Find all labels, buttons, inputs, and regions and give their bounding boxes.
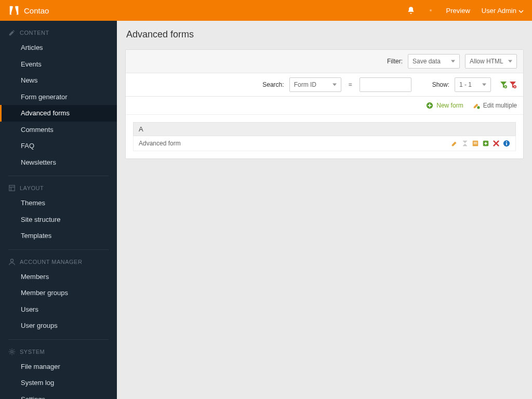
sidebar: CONTENTArticlesEventsNewsForm generatorA…	[0, 21, 117, 399]
sidebar-item-member-groups[interactable]: Member groups	[0, 285, 117, 301]
sidebar-item-site-structure[interactable]: Site structure	[0, 211, 117, 228]
sidebar-group-label: LAYOUT	[20, 185, 44, 191]
svg-rect-15	[506, 143, 507, 145]
table-row: Advanced form	[133, 136, 516, 151]
layout-icon	[8, 184, 16, 192]
sidebar-item-form-generator[interactable]: Form generator	[0, 89, 117, 105]
sidebar-item-advanced-forms[interactable]: Advanced forms	[0, 105, 117, 122]
svg-rect-11	[474, 142, 477, 142]
chevron-down-icon	[518, 8, 524, 13]
new-form-label: New form	[436, 102, 463, 109]
sidebar-item-settings[interactable]: Settings	[0, 391, 117, 400]
svg-point-0	[430, 9, 432, 11]
gear-icon	[8, 348, 16, 355]
header-right: Preview User Admin	[407, 6, 524, 15]
svg-point-16	[506, 141, 507, 142]
duplicate-icon[interactable]	[482, 140, 489, 147]
search-input[interactable]	[360, 77, 411, 92]
sidebar-item-articles[interactable]: Articles	[0, 39, 117, 56]
sidebar-group-label: SYSTEM	[20, 349, 45, 355]
edit-header-icon[interactable]	[461, 140, 469, 147]
debug-icon[interactable]	[427, 6, 435, 15]
search-field-select[interactable]: Form ID	[289, 77, 341, 92]
equals-sign: =	[347, 81, 354, 88]
page-title: Advanced forms	[125, 29, 524, 40]
letter-group-header: A	[133, 122, 516, 136]
sidebar-item-user-groups[interactable]: User groups	[0, 317, 117, 334]
sidebar-item-comments[interactable]: Comments	[0, 122, 117, 138]
top-header: Contao Preview User Admin	[0, 0, 532, 21]
copy-icon[interactable]	[472, 140, 479, 147]
show-select[interactable]: 1 - 1	[455, 77, 491, 92]
new-form-button[interactable]: New form	[426, 102, 463, 109]
search-field-value: Form ID	[294, 81, 316, 88]
sidebar-group-header[interactable]: LAYOUT	[0, 181, 117, 195]
sidebar-item-users[interactable]: Users	[0, 301, 117, 318]
search-row: Search: Form ID = Show: 1 - 1	[126, 73, 523, 97]
edit-multiple-button[interactable]: Edit multiple	[473, 102, 517, 109]
brand-name: Contao	[24, 6, 49, 15]
sidebar-divider	[8, 249, 109, 250]
search-label: Search:	[262, 81, 284, 88]
user-label: User Admin	[482, 7, 516, 15]
sidebar-item-events[interactable]: Events	[0, 56, 117, 73]
edit-multiple-label: Edit multiple	[483, 102, 517, 109]
sidebar-item-faq[interactable]: FAQ	[0, 138, 117, 154]
filter-select-allow-html[interactable]: Allow HTML	[465, 54, 517, 69]
action-toolbar: New form Edit multiple	[126, 97, 523, 115]
sidebar-group-label: ACCOUNT MANAGER	[20, 259, 82, 265]
plus-circle-icon	[426, 102, 433, 109]
sidebar-divider	[8, 176, 109, 176]
svg-point-5	[11, 350, 13, 352]
row-actions	[451, 140, 510, 147]
filter-select-1-value: Save data	[413, 58, 441, 65]
sidebar-item-news[interactable]: News	[0, 72, 117, 89]
show-value: 1 - 1	[459, 81, 472, 88]
filter-select-2-value: Allow HTML	[470, 58, 503, 65]
svg-rect-12	[474, 143, 477, 144]
show-label: Show:	[432, 81, 449, 88]
main-content: Advanced forms Filter: Save data Allow H…	[117, 21, 532, 399]
edit-multiple-icon	[473, 102, 480, 109]
svg-point-4	[10, 259, 13, 261]
sidebar-group-header[interactable]: CONTENT	[0, 26, 117, 39]
preview-link[interactable]: Preview	[446, 7, 470, 15]
list-section: A Advanced form	[126, 115, 523, 158]
notifications-icon[interactable]	[407, 6, 415, 15]
filter-reset-icon[interactable]	[509, 81, 517, 89]
row-title: Advanced form	[139, 140, 181, 147]
preview-label: Preview	[446, 7, 470, 15]
sidebar-item-members[interactable]: Members	[0, 269, 117, 285]
filter-select-save-data[interactable]: Save data	[408, 54, 460, 69]
sidebar-group-header[interactable]: SYSTEM	[0, 345, 117, 358]
edit-icon[interactable]	[451, 140, 458, 147]
sidebar-item-system-log[interactable]: System log	[0, 375, 117, 391]
filter-apply-icon[interactable]	[499, 81, 508, 89]
sidebar-item-templates[interactable]: Templates	[0, 228, 117, 244]
svg-point-9	[477, 106, 480, 109]
info-icon[interactable]	[503, 140, 510, 147]
sidebar-group-header[interactable]: ACCOUNT MANAGER	[0, 255, 117, 269]
sidebar-item-file-manager[interactable]: File manager	[0, 358, 117, 375]
sidebar-item-themes[interactable]: Themes	[0, 195, 117, 211]
delete-icon[interactable]	[493, 140, 500, 147]
sidebar-group-label: CONTENT	[20, 30, 49, 36]
user-menu[interactable]: User Admin	[482, 7, 524, 15]
listing-panel: Filter: Save data Allow HTML Search: For…	[125, 49, 524, 159]
filter-row: Filter: Save data Allow HTML	[126, 50, 523, 73]
sidebar-item-newsletters[interactable]: Newsletters	[0, 154, 117, 171]
edit-icon	[8, 29, 16, 36]
filter-label: Filter:	[387, 58, 403, 65]
brand-logo[interactable]: Contao	[8, 5, 49, 16]
sidebar-divider	[8, 339, 109, 340]
contao-logo-icon	[8, 5, 20, 16]
user-icon	[8, 258, 16, 265]
svg-rect-1	[9, 185, 15, 191]
